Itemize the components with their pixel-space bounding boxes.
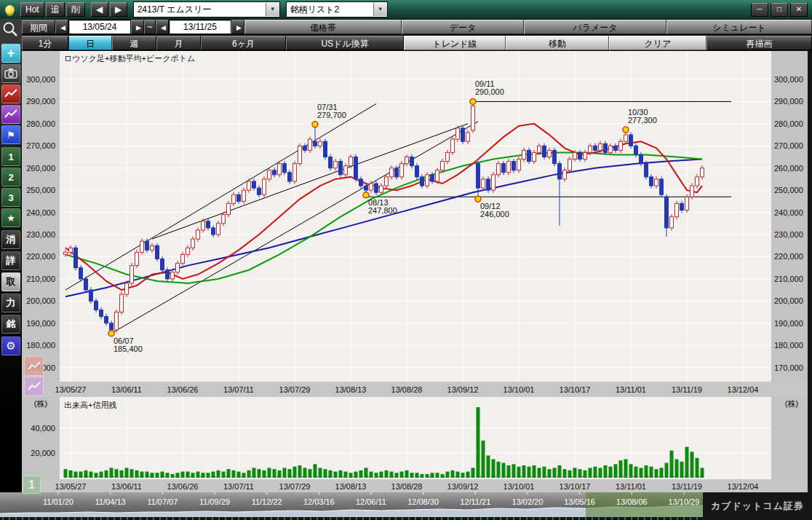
- svg-text:270,000: 270,000: [774, 141, 803, 150]
- svg-text:260,000: 260,000: [774, 164, 803, 173]
- price-band-button[interactable]: 価格帯: [244, 20, 402, 34]
- data-button[interactable]: データ: [402, 20, 524, 34]
- window-maximize-button[interactable]: □: [771, 3, 788, 17]
- svg-text:180,000: 180,000: [774, 341, 803, 350]
- tab-daily[interactable]: 日: [68, 36, 112, 50]
- svg-text:13/05/27: 13/05/27: [55, 482, 87, 491]
- svg-text:11/07/07: 11/07/07: [147, 497, 178, 506]
- redraw-button[interactable]: 再描画: [706, 36, 812, 50]
- favorite-star-icon[interactable]: ★: [1, 208, 20, 227]
- prev-symbol-button[interactable]: ◀: [91, 2, 108, 17]
- flag-icon[interactable]: ⚑: [1, 125, 20, 144]
- add-symbol-button[interactable]: 追: [46, 2, 65, 17]
- tool-sidebar: +⚑123★消詳取力銘⚙: [0, 19, 22, 520]
- tab-6month[interactable]: 6ヶ月: [201, 36, 286, 50]
- window-minimize-button[interactable]: ─: [751, 3, 768, 17]
- svg-text:13/06/26: 13/06/26: [167, 385, 199, 394]
- power-icon[interactable]: 力: [1, 294, 20, 312]
- simulate-button[interactable]: シミュレート: [666, 20, 812, 34]
- svg-text:247,800: 247,800: [368, 206, 397, 215]
- symbol-select[interactable]: 2413/T エムスリー ▼: [133, 1, 280, 17]
- svg-text:11/09/29: 11/09/29: [199, 497, 230, 506]
- svg-text:170,000: 170,000: [774, 363, 803, 372]
- date-to-field[interactable]: 13/11/25: [169, 20, 231, 34]
- delete-symbol-button[interactable]: 削: [66, 2, 85, 17]
- svg-text:240,000: 240,000: [774, 208, 803, 217]
- chart-purple-faded-icon[interactable]: [24, 377, 44, 396]
- price-chart-svg: 06/07185,40007/31279,70008/13247,80009/1…: [22, 51, 812, 492]
- window-frame-edge: [808, 51, 812, 492]
- svg-text:270,000: 270,000: [26, 141, 55, 150]
- preset-3-icon[interactable]: 3: [1, 188, 20, 207]
- chart-window: Hot 追 削 ◀ ▶ 2413/T エムスリー ▼ 銘柄リスト2 ▼ ─ □ …: [0, 0, 812, 520]
- preset-2-icon[interactable]: 2: [1, 168, 20, 186]
- usd-convert-button[interactable]: USドル換算: [286, 36, 404, 50]
- svg-text:13/12/04: 13/12/04: [728, 385, 759, 394]
- date-from-next-button[interactable]: ▶: [131, 20, 144, 34]
- svg-text:出来高+信用残: 出来高+信用残: [64, 401, 116, 409]
- svg-text:250,000: 250,000: [26, 186, 55, 194]
- chart-purple-icon[interactable]: [1, 105, 20, 124]
- period-label[interactable]: 期間: [22, 20, 55, 34]
- watchlist-value: 銘柄リスト2: [287, 4, 373, 16]
- svg-text:12/06/11: 12/06/11: [356, 497, 386, 506]
- svg-text:250,000: 250,000: [774, 186, 803, 194]
- svg-text:210,000: 210,000: [774, 275, 803, 283]
- pick-icon[interactable]: 取: [1, 272, 20, 291]
- svg-text:(株): (株): [34, 399, 47, 408]
- svg-text:13/10/01: 13/10/01: [503, 385, 535, 394]
- watchlist-select[interactable]: 銘柄リスト2 ▼: [286, 1, 388, 17]
- erase-icon[interactable]: 消: [1, 230, 20, 249]
- slider-selected-range[interactable]: [586, 492, 703, 520]
- clear-button[interactable]: クリア: [609, 36, 706, 50]
- preset-1-faded-icon[interactable]: 1: [23, 476, 41, 494]
- move-button[interactable]: 移動: [506, 36, 609, 50]
- preset-1-icon[interactable]: 1: [1, 147, 20, 166]
- svg-text:230,000: 230,000: [26, 230, 55, 239]
- svg-text:13/10/29: 13/10/29: [669, 497, 700, 506]
- title-bar: Hot 追 削 ◀ ▶ 2413/T エムスリー ▼ 銘柄リスト2 ▼ ─ □ …: [0, 0, 812, 19]
- date-from-field[interactable]: 13/05/24: [68, 20, 131, 34]
- svg-text:190,000: 190,000: [774, 319, 803, 328]
- add-tool-icon[interactable]: +: [1, 44, 20, 63]
- window-controls: ─ □ ✕: [751, 3, 812, 17]
- date-to-prev-button[interactable]: ◀: [156, 20, 169, 34]
- svg-text:13/10/01: 13/10/01: [503, 482, 535, 491]
- chevron-down-icon[interactable]: ▼: [373, 3, 387, 16]
- svg-text:13/02/20: 13/02/20: [512, 497, 544, 506]
- period-toolbar: 期間 ◀ 13/05/24 ▶ ~ ◀ 13/11/25 ▶ 価格帯 データ パ…: [22, 19, 812, 35]
- detail-icon[interactable]: 詳: [1, 251, 20, 270]
- svg-text:190,000: 190,000: [26, 319, 55, 328]
- date-to-next-button[interactable]: ▶: [231, 20, 244, 34]
- svg-text:185,400: 185,400: [114, 344, 143, 353]
- chart-red-faded-icon[interactable]: [24, 356, 44, 376]
- svg-text:13/11/19: 13/11/19: [672, 482, 702, 491]
- parameter-button[interactable]: パラメータ: [524, 20, 666, 34]
- svg-text:279,700: 279,700: [317, 111, 346, 119]
- svg-text:300,000: 300,000: [774, 75, 803, 84]
- hot-button[interactable]: Hot: [20, 2, 44, 17]
- bulb-icon: [0, 1, 19, 18]
- search-icon[interactable]: [1, 20, 20, 39]
- next-symbol-button[interactable]: ▶: [110, 2, 127, 17]
- trendline-button[interactable]: トレンド線: [404, 36, 506, 50]
- svg-text:13/06/11: 13/06/11: [111, 385, 142, 394]
- svg-text:290,000: 290,000: [774, 97, 803, 106]
- camera-icon[interactable]: [1, 64, 20, 83]
- chart-red-icon[interactable]: [1, 84, 20, 103]
- svg-text:290,000: 290,000: [26, 97, 55, 106]
- svg-text:13/08/28: 13/08/28: [391, 385, 423, 394]
- settings-gear-icon[interactable]: ⚙: [1, 336, 20, 355]
- chevron-down-icon[interactable]: ▼: [266, 3, 279, 16]
- tab-weekly[interactable]: 週: [112, 36, 156, 50]
- svg-text:180,000: 180,000: [26, 341, 55, 350]
- window-close-button[interactable]: ✕: [790, 3, 808, 17]
- date-from-prev-button[interactable]: ◀: [55, 20, 68, 34]
- tab-monthly[interactable]: 月: [156, 36, 201, 50]
- tab-1min[interactable]: 1分: [22, 36, 68, 50]
- range-slider[interactable]: 11/01/2011/04/1311/07/0711/09/2911/12/22…: [0, 492, 703, 520]
- svg-text:12/03/16: 12/03/16: [303, 497, 335, 506]
- svg-text:13/10/17: 13/10/17: [560, 385, 591, 394]
- brand-select-icon[interactable]: 銘: [1, 315, 20, 334]
- main-chart[interactable]: 06/07185,40007/31279,70008/13247,80009/1…: [22, 51, 812, 492]
